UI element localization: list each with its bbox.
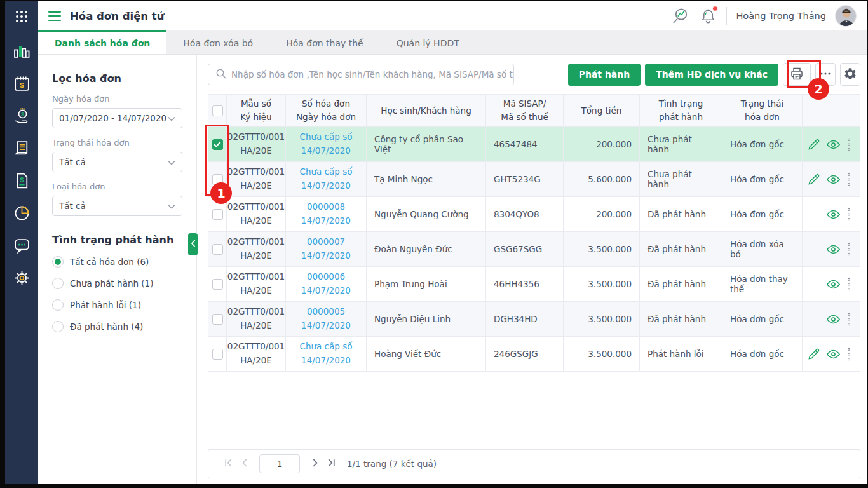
radio-option-3[interactable]: Đã phát hành (4): [52, 321, 182, 332]
row-menu-icon[interactable]: [846, 207, 851, 222]
view-icon[interactable]: [826, 137, 841, 152]
pagination-summary: 1/1 trang (7 kết quả): [347, 459, 437, 469]
notification-bell-icon[interactable]: [699, 7, 717, 25]
invoice-number-link[interactable]: 000000614/07/2020: [286, 267, 367, 302]
row-menu-icon[interactable]: [846, 347, 851, 362]
invoice-number-link[interactable]: 000000514/07/2020: [286, 302, 367, 337]
filter-select-value: 01/07/2020 - 14/07/2020: [59, 113, 166, 123]
total-cell: 5.600.000: [564, 162, 640, 197]
view-icon[interactable]: [826, 242, 841, 257]
sisap-tax-code-cell: 8304QYO8: [486, 197, 564, 232]
collapse-panel-button[interactable]: [188, 233, 198, 255]
tab-3[interactable]: Quản lý HĐĐT: [380, 30, 476, 54]
table-settings-button[interactable]: [840, 63, 860, 86]
publish-button[interactable]: Phát hành: [568, 64, 641, 86]
tab-1[interactable]: Hóa đơn xóa bỏ: [166, 30, 269, 54]
radio-option-2[interactable]: Phát hành lỗi (1): [52, 299, 182, 311]
edit-icon[interactable]: [807, 138, 820, 151]
column-header-6: Tình trạng phát hành: [640, 94, 722, 127]
row-checkbox[interactable]: [212, 279, 223, 290]
avatar[interactable]: [835, 5, 857, 27]
view-icon[interactable]: [826, 207, 841, 222]
radio-icon[interactable]: [52, 299, 64, 311]
filter-select-value: Tất cả: [59, 157, 86, 167]
invoice-status-cell: Hóa đơn thay thế: [722, 267, 803, 302]
actions-cell: [803, 162, 860, 197]
page-input[interactable]: [259, 454, 300, 473]
row-menu-icon[interactable]: [846, 137, 851, 152]
print-button[interactable]: [783, 63, 811, 86]
invoice-number-link[interactable]: Chưa cấp số14/07/2020: [286, 337, 367, 372]
radio-option-0[interactable]: Tất cả hóa đơn (6): [52, 256, 182, 268]
app-sidebar: $$$: [5, 1, 38, 484]
row-checkbox[interactable]: [212, 314, 223, 325]
filter-fields: Ngày hóa đơn01/07/2020 - 14/07/2020Trạng…: [52, 94, 182, 216]
view-icon[interactable]: [826, 312, 841, 327]
menu-icon[interactable]: [48, 11, 61, 21]
view-icon[interactable]: [826, 172, 841, 187]
invoice-table: Mẫu số Ký hiệuSố hóa đơn Ngày hóa đơnHọc…: [208, 94, 860, 372]
tab-2[interactable]: Hóa đơn thay thế: [269, 30, 380, 54]
row-menu-icon[interactable]: [846, 242, 851, 257]
customer-cell: Nguyễn Diệu Linh: [367, 302, 486, 337]
search-trend-icon[interactable]: [671, 6, 690, 25]
row-menu-icon[interactable]: [846, 312, 851, 327]
filter-select-1[interactable]: Tất cả: [52, 152, 182, 172]
row-checkbox[interactable]: [212, 139, 223, 150]
money-hand-icon[interactable]: $: [12, 106, 31, 125]
template-symbol-cell: 02GTTT0/001HA/20E: [227, 267, 286, 302]
invoice-status-cell: Hóa đơn gốc: [722, 197, 803, 232]
sisap-tax-code-cell: 246GSGJG: [486, 337, 564, 372]
column-header-1: Mẫu số Ký hiệu: [227, 94, 286, 127]
next-page-button[interactable]: [306, 456, 323, 472]
svg-text:$: $: [20, 111, 24, 118]
annotation-step-1: 1: [210, 182, 232, 204]
actions-cell: [803, 197, 860, 232]
row-menu-icon[interactable]: [846, 277, 851, 292]
search-input[interactable]: [231, 69, 513, 79]
invoice-doc-icon[interactable]: $: [12, 171, 31, 190]
row-checkbox[interactable]: [212, 244, 223, 255]
view-icon[interactable]: [826, 347, 841, 362]
pie-chart-icon[interactable]: [12, 203, 31, 222]
radio-icon[interactable]: [52, 321, 64, 332]
template-symbol-cell: 02GTTT0/001HA/20E: [227, 302, 286, 337]
app-window: $$$ Hóa đơn điện tử Hoàng Trọng Thắng Da…: [5, 1, 867, 484]
invoice-number-link[interactable]: 000000714/07/2020: [286, 232, 367, 267]
sisap-tax-code-cell: GSG67SGG: [486, 232, 564, 267]
filter-select-2[interactable]: Tất cả: [52, 196, 182, 216]
last-page-icon: [327, 458, 336, 470]
settings-icon[interactable]: [12, 268, 31, 287]
edit-icon[interactable]: [807, 173, 820, 186]
row-menu-icon[interactable]: [846, 172, 851, 187]
prev-page-button[interactable]: [236, 456, 253, 472]
sisap-tax-code-cell: GHT5234G: [486, 162, 564, 197]
select-all-checkbox[interactable]: [212, 105, 223, 116]
table-row-0: 02GTTT0/001HA/20EChưa cấp số14/07/2020Cô…: [208, 127, 860, 162]
add-service-invoice-button[interactable]: Thêm HĐ dịch vụ khác: [645, 64, 778, 86]
customer-cell: Công ty cổ phần Sao Việt: [367, 127, 486, 162]
view-icon[interactable]: [826, 277, 841, 292]
bar-chart-icon[interactable]: [12, 41, 31, 60]
first-page-button[interactable]: [220, 456, 236, 472]
invoice-number-link[interactable]: Chưa cấp số14/07/2020: [286, 162, 367, 197]
filter-select-0[interactable]: 01/07/2020 - 14/07/2020: [52, 108, 182, 128]
receipt-icon[interactable]: [12, 139, 31, 158]
calendar-fee-icon[interactable]: $: [12, 74, 31, 93]
gear-icon: [843, 67, 857, 83]
chat-icon[interactable]: [12, 236, 31, 255]
radio-icon[interactable]: [52, 278, 64, 289]
tab-0[interactable]: Danh sách hóa đơn: [38, 30, 166, 54]
invoice-number-link[interactable]: Chưa cấp số14/07/2020: [286, 127, 367, 162]
radio-icon[interactable]: [52, 256, 64, 268]
row-checkbox[interactable]: [212, 209, 223, 220]
edit-icon[interactable]: [807, 348, 820, 361]
apps-grid-icon[interactable]: [12, 7, 31, 26]
row-checkbox[interactable]: [212, 349, 223, 360]
user-name[interactable]: Hoàng Trọng Thắng: [736, 11, 826, 21]
radio-option-1[interactable]: Chưa phát hành (1): [52, 278, 182, 289]
template-symbol-cell: 02GTTT0/001HA/20E: [227, 232, 286, 267]
last-page-button[interactable]: [323, 456, 339, 472]
invoice-number-link[interactable]: 000000814/07/2020: [286, 197, 367, 232]
column-header-2: Số hóa đơn Ngày hóa đơn: [286, 94, 367, 127]
